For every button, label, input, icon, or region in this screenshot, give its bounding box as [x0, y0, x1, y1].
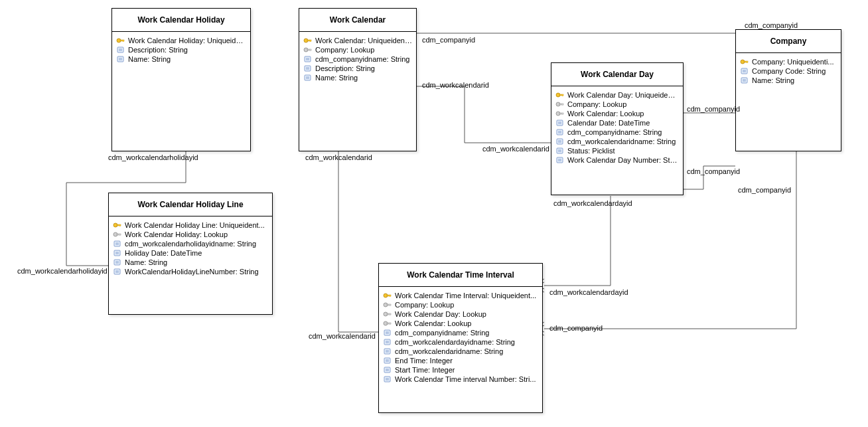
entity-title: Work Calendar Holiday Line — [109, 193, 272, 216]
primary-key-icon — [383, 292, 392, 299]
attribute-label: Work Calendar Day Number: Stri... — [567, 156, 679, 164]
attribute-label: Company: Uniqueidenti... — [752, 58, 834, 66]
rel-label: cdm_workcalendardayid — [553, 199, 632, 207]
attribute-label: cdm_workcalendardayidname: String — [395, 338, 515, 346]
svg-rect-38 — [562, 104, 563, 106]
attribute-label: WorkCalendarHolidayLineNumber: String — [125, 268, 259, 276]
rel-label: cdm_companyid — [422, 36, 475, 44]
rel-label: cdm_companyid — [687, 167, 740, 175]
attribute-label: Calendar Date: DateTime — [567, 119, 650, 127]
svg-rect-48 — [557, 139, 563, 144]
rel-label: cdm_companyid — [687, 105, 740, 113]
attribute-label: Company: Lookup — [315, 46, 374, 54]
attribute-label: cdm_companyidname: String — [395, 329, 489, 337]
attribute-label: Work Calendar: Lookup — [395, 319, 471, 327]
field-icon — [113, 240, 122, 248]
entity-title: Work Calendar Holiday — [112, 9, 250, 32]
svg-rect-35 — [562, 94, 563, 96]
attribute-label: cdm_workcalendaridname: String — [567, 137, 676, 145]
attribute-row: Description: String — [116, 45, 246, 54]
attribute-label: End Time: Integer — [395, 357, 453, 365]
entity-body: Company: Uniqueidenti...Company Code: St… — [736, 53, 841, 89]
foreign-key-icon — [383, 301, 392, 309]
entity-title: Work Calendar — [299, 9, 416, 32]
attribute-row: Work Calendar Day: Uniqueident... — [555, 90, 679, 100]
field-icon — [303, 64, 313, 72]
entity-body: Work Calendar Holiday: Uniqueident...Des… — [112, 32, 250, 68]
rel-label: cdm_workcalendarid — [305, 153, 372, 161]
rel-label: cdm_workcalendarholidayid — [17, 267, 108, 275]
entity-title: Work Calendar Time Interval — [379, 264, 542, 287]
foreign-key-icon — [113, 230, 122, 238]
entity-title: Work Calendar Day — [551, 63, 683, 86]
svg-rect-87 — [384, 330, 390, 335]
svg-rect-77 — [390, 295, 391, 297]
rel-label: cdm_companyid — [745, 21, 798, 29]
attribute-label: cdm_companyidname: String — [315, 55, 409, 63]
svg-rect-21 — [305, 75, 311, 80]
attribute-label: cdm_workcalendarholidayidname: String — [125, 240, 256, 248]
svg-rect-3 — [117, 47, 123, 52]
attribute-label: Work Calendar: Uniqueident... — [315, 37, 412, 44]
attribute-row: Work Calendar Holiday: Lookup — [113, 230, 268, 239]
attribute-row: cdm_companyidname: String — [303, 54, 412, 64]
svg-rect-2 — [123, 40, 124, 42]
attribute-row: Company: Lookup — [555, 100, 679, 109]
svg-rect-6 — [117, 56, 123, 62]
attribute-row: Company Code: String — [740, 66, 837, 76]
attribute-label: Work Calendar Holiday: Lookup — [125, 230, 228, 238]
rel-label: cdm_companyid — [738, 186, 791, 194]
field-icon — [113, 249, 122, 257]
attribute-label: Work Calendar Holiday Line: Uniqueident.… — [125, 221, 265, 229]
entity-title: Company — [736, 30, 841, 53]
foreign-key-icon — [383, 319, 392, 327]
entity-company: Company Company: Uniqueidenti...Company … — [735, 29, 841, 151]
attribute-label: Company: Lookup — [567, 100, 626, 108]
svg-rect-27 — [741, 68, 747, 74]
field-icon — [383, 375, 392, 383]
attribute-row: cdm_companyidname: String — [555, 128, 679, 137]
svg-rect-42 — [557, 120, 563, 126]
attribute-label: Start Time: Integer — [395, 366, 455, 374]
svg-rect-99 — [384, 367, 390, 373]
attribute-row: Work Calendar Time Interval: Uniqueident… — [383, 291, 538, 300]
field-icon — [116, 46, 125, 54]
attribute-row: Company: Lookup — [383, 300, 538, 309]
attribute-row: Work Calendar Day: Lookup — [383, 309, 538, 319]
entity-work-calendar-holiday-line: Work Calendar Holiday Line Work Calendar… — [108, 193, 273, 315]
primary-key-icon — [740, 58, 749, 66]
attribute-row: WorkCalendarHolidayLineNumber: String — [113, 267, 268, 276]
rel-label: cdm_companyid — [549, 324, 603, 332]
svg-rect-72 — [114, 269, 120, 274]
attribute-label: Description: String — [315, 64, 375, 72]
attribute-row: Calendar Date: DateTime — [555, 118, 679, 128]
field-icon — [555, 137, 565, 145]
attribute-row: cdm_workcalendarholidayidname: String — [113, 239, 268, 248]
svg-rect-45 — [557, 129, 563, 135]
foreign-key-icon — [555, 100, 565, 108]
attribute-label: cdm_workcalendaridname: String — [395, 347, 503, 355]
attribute-label: Status: Picklist — [567, 147, 615, 155]
attribute-row: End Time: Integer — [383, 356, 538, 365]
svg-rect-59 — [119, 224, 121, 226]
attribute-row: Work Calendar Day Number: Stri... — [555, 155, 679, 165]
field-icon — [555, 128, 565, 136]
rel-label: cdm_workcalendarholidayid — [108, 153, 198, 161]
svg-rect-86 — [390, 323, 391, 325]
entity-work-calendar-holiday: Work Calendar Holiday Work Calendar Holi… — [111, 8, 251, 151]
foreign-key-icon — [555, 110, 565, 118]
svg-rect-14 — [310, 49, 311, 51]
field-icon — [303, 74, 313, 82]
attribute-label: Name: String — [128, 55, 171, 63]
attribute-row: Work Calendar: Lookup — [383, 319, 538, 328]
field-icon — [383, 347, 392, 355]
attribute-row: Start Time: Integer — [383, 365, 538, 375]
attribute-row: Name: String — [116, 54, 246, 64]
entity-body: Work Calendar Holiday Line: Uniqueident.… — [109, 216, 272, 280]
attribute-row: Work Calendar Holiday Line: Uniqueident.… — [113, 220, 268, 230]
field-icon — [555, 119, 565, 127]
svg-rect-69 — [114, 260, 120, 265]
attribute-row: cdm_workcalendaridname: String — [383, 347, 538, 356]
svg-rect-93 — [384, 349, 390, 354]
attribute-label: Holiday Date: DateTime — [125, 249, 202, 257]
